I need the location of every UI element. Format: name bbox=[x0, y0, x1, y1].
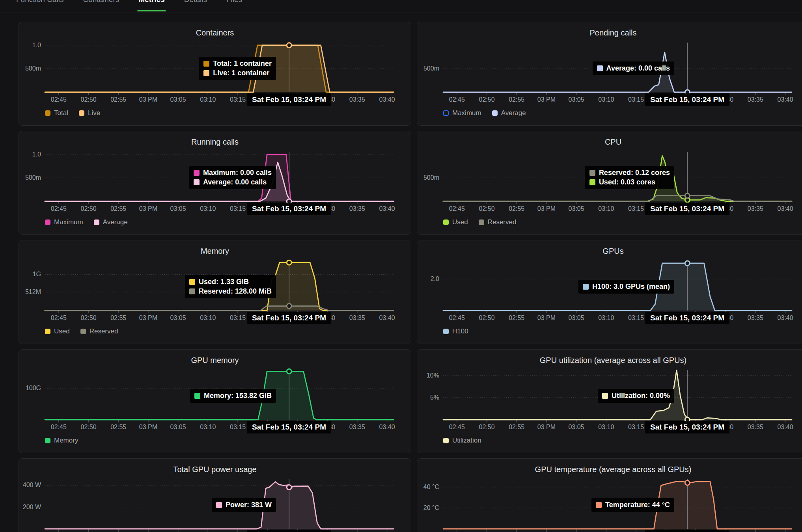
tooltip-swatch bbox=[203, 70, 209, 76]
x-axis-label: 02:50 bbox=[470, 205, 504, 212]
tab-metrics[interactable]: Metrics bbox=[138, 0, 165, 4]
legend-item-average[interactable]: Average bbox=[492, 109, 526, 117]
legend-item-maximum[interactable]: Maximum bbox=[45, 218, 83, 226]
chart-canvas-gpu-temperature[interactable] bbox=[417, 459, 802, 532]
metric-card-pending-calls: Pending calls500m02:4502:5002:5503 PM03:… bbox=[417, 22, 802, 126]
legend-swatch bbox=[45, 219, 50, 225]
legend-swatch bbox=[443, 219, 449, 225]
tab-details[interactable]: Details bbox=[184, 0, 207, 4]
x-axis-label: 03:10 bbox=[589, 314, 623, 322]
x-axis-label: 03:10 bbox=[191, 424, 224, 431]
legend-label: Reserved bbox=[488, 218, 517, 226]
x-axis-label: 03:35 bbox=[739, 314, 772, 322]
tooltip-text: Temperature: 44 °C bbox=[605, 501, 670, 509]
x-axis-label: 03:10 bbox=[191, 205, 224, 212]
tooltip-swatch bbox=[189, 279, 195, 285]
tooltip-row: Average: 0.00 calls bbox=[597, 64, 670, 73]
tab-bar: Function Calls Containers Metrics Detail… bbox=[0, 0, 802, 13]
chart-legend: UsedReserved bbox=[45, 327, 118, 335]
cursor-marker-power bbox=[287, 485, 291, 490]
x-axis-label: 03:40 bbox=[371, 96, 404, 103]
legend-label: Total bbox=[54, 109, 68, 117]
legend-label: H100 bbox=[452, 327, 468, 335]
x-axis-label: 02:50 bbox=[72, 424, 105, 431]
x-axis-label: 03 PM bbox=[530, 205, 563, 212]
legend-label: Utilization bbox=[452, 437, 481, 445]
tooltip-text: Used: 0.03 cores bbox=[599, 178, 655, 186]
legend-item-live[interactable]: Live bbox=[79, 109, 100, 117]
legend-item-maximum[interactable]: Maximum bbox=[443, 109, 481, 117]
tooltip-swatch bbox=[602, 393, 608, 399]
legend-item-used[interactable]: Used bbox=[45, 327, 70, 335]
date-tooltip: Sat Feb 15, 03:24 PM bbox=[645, 312, 729, 324]
tooltip-text: Average: 0.00 calls bbox=[606, 64, 670, 73]
chart-legend: Memory bbox=[45, 437, 78, 445]
x-axis-label: 03:40 bbox=[769, 314, 802, 322]
tab-files[interactable]: Files bbox=[226, 0, 242, 4]
legend-swatch bbox=[45, 110, 50, 116]
metric-card-containers: Containers1.0500m02:4502:5002:5503 PM03:… bbox=[19, 22, 411, 126]
x-axis-label: 02:45 bbox=[440, 96, 474, 103]
legend-label: Memory bbox=[54, 437, 78, 445]
x-axis-label: 02:50 bbox=[72, 96, 105, 103]
x-axis-label: 02:55 bbox=[102, 96, 135, 103]
x-axis-label: 03:35 bbox=[341, 96, 374, 103]
tooltip-row: H100: 3.0 GPUs (mean) bbox=[583, 283, 670, 291]
x-axis-label: 02:55 bbox=[500, 205, 533, 212]
tooltip-swatch bbox=[583, 284, 589, 290]
tooltip-text: Reserved: 128.00 MiB bbox=[199, 287, 272, 296]
tooltip-swatch bbox=[189, 288, 195, 294]
value-tooltip: Utilization: 0.00% bbox=[598, 389, 674, 403]
tooltip-text: Power: 381 W bbox=[226, 501, 272, 509]
legend-label: Maximum bbox=[54, 218, 83, 226]
legend-item-memory[interactable]: Memory bbox=[45, 437, 78, 445]
metric-card-cpu: CPU500m02:4502:5002:5503 PM03:0503:1003:… bbox=[417, 131, 802, 235]
legend-item-total[interactable]: Total bbox=[45, 109, 68, 117]
legend-item-average[interactable]: Average bbox=[94, 218, 128, 226]
tooltip-swatch bbox=[216, 502, 222, 508]
x-axis-label: 03:05 bbox=[560, 424, 593, 431]
legend-item-reserved[interactable]: Reserved bbox=[80, 327, 118, 335]
cursor-marker-temperature bbox=[685, 480, 690, 485]
chart-legend: TotalLive bbox=[45, 109, 100, 117]
tooltip-swatch bbox=[589, 170, 595, 176]
x-axis-label: 03:40 bbox=[769, 424, 802, 431]
metrics-dashboard-page: Function Calls Containers Metrics Detail… bbox=[0, 0, 802, 532]
tooltip-swatch bbox=[194, 393, 200, 399]
legend-item-h100[interactable]: H100 bbox=[443, 327, 468, 335]
cursor-marker-used bbox=[287, 260, 291, 265]
tab-containers[interactable]: Containers bbox=[83, 0, 119, 4]
x-axis-label: 03 PM bbox=[132, 205, 165, 212]
legend-swatch bbox=[79, 110, 84, 116]
metric-card-gpu-power: Total GPU power usage400 W200 W02:4502:5… bbox=[19, 458, 411, 532]
value-tooltip: Memory: 153.82 GiB bbox=[190, 389, 276, 403]
cursor-marker-live bbox=[287, 43, 291, 48]
x-axis-label: 02:45 bbox=[440, 314, 474, 322]
series-area-reserved bbox=[45, 306, 394, 311]
tab-function-calls[interactable]: Function Calls bbox=[16, 0, 63, 4]
x-axis-label: 03 PM bbox=[132, 314, 165, 322]
legend-label: Average bbox=[501, 109, 526, 117]
chart-canvas-gpu-power[interactable] bbox=[19, 459, 412, 532]
x-axis-label: 03:10 bbox=[589, 424, 623, 431]
date-tooltip: Sat Feb 15, 03:24 PM bbox=[247, 530, 331, 532]
legend-item-used[interactable]: Used bbox=[443, 218, 468, 226]
legend-swatch bbox=[492, 110, 498, 116]
legend-swatch bbox=[443, 110, 449, 116]
legend-swatch bbox=[45, 438, 50, 443]
tooltip-text: Total: 1 container bbox=[213, 60, 272, 68]
x-axis-label: 03:05 bbox=[162, 96, 195, 103]
x-axis-label: 02:55 bbox=[102, 314, 135, 322]
x-axis-label: 03:35 bbox=[341, 424, 374, 431]
value-tooltip: Maximum: 0.00 callsAverage: 0.00 calls bbox=[189, 166, 276, 189]
legend-swatch bbox=[94, 219, 99, 225]
cursor-marker-reserved bbox=[685, 193, 690, 198]
tooltip-text: Average: 0.00 calls bbox=[203, 178, 267, 186]
legend-item-reserved[interactable]: Reserved bbox=[479, 218, 517, 226]
value-tooltip: Reserved: 0.12 coresUsed: 0.03 cores bbox=[585, 166, 674, 189]
tooltip-text: Live: 1 container bbox=[213, 69, 269, 77]
tooltip-row: Average: 0.00 calls bbox=[194, 178, 272, 186]
x-axis-label: 03:40 bbox=[371, 205, 404, 212]
value-tooltip: H100: 3.0 GPUs (mean) bbox=[578, 280, 674, 294]
legend-item-utilization[interactable]: Utilization bbox=[443, 437, 481, 445]
